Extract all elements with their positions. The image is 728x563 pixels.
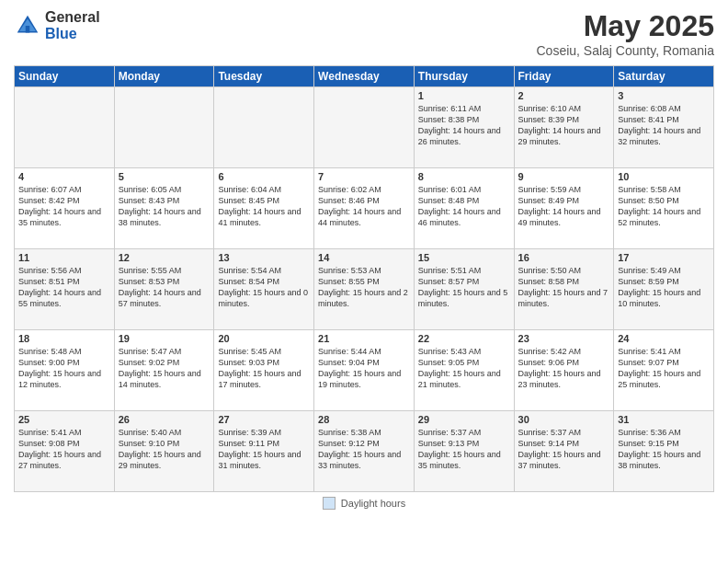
day-number: 28 [318, 414, 410, 425]
calendar-cell: 9Sunrise: 5:59 AM Sunset: 8:49 PM Daylig… [514, 168, 614, 249]
calendar-cell: 14Sunrise: 5:53 AM Sunset: 8:55 PM Dayli… [314, 249, 415, 330]
day-number: 11 [18, 252, 110, 263]
day-number: 23 [518, 333, 610, 344]
calendar-cell: 3Sunrise: 6:08 AM Sunset: 8:41 PM Daylig… [614, 87, 714, 168]
day-info: Sunrise: 5:49 AM Sunset: 8:59 PM Dayligh… [618, 265, 710, 310]
calendar-cell: 17Sunrise: 5:49 AM Sunset: 8:59 PM Dayli… [614, 249, 714, 330]
day-info: Sunrise: 5:44 AM Sunset: 9:04 PM Dayligh… [318, 346, 410, 391]
day-info: Sunrise: 6:10 AM Sunset: 8:39 PM Dayligh… [518, 103, 610, 148]
calendar-cell: 2Sunrise: 6:10 AM Sunset: 8:39 PM Daylig… [514, 87, 614, 168]
day-info: Sunrise: 6:05 AM Sunset: 8:43 PM Dayligh… [119, 184, 210, 229]
day-header-saturday: Saturday [614, 66, 714, 87]
day-number: 3 [618, 90, 710, 101]
day-number: 30 [518, 414, 610, 425]
day-header-friday: Friday [514, 66, 614, 87]
day-number: 12 [119, 252, 210, 263]
day-info: Sunrise: 5:43 AM Sunset: 9:05 PM Dayligh… [418, 346, 510, 391]
day-info: Sunrise: 5:41 AM Sunset: 9:08 PM Dayligh… [18, 427, 110, 472]
day-info: Sunrise: 5:47 AM Sunset: 9:02 PM Dayligh… [119, 346, 210, 391]
day-number: 13 [218, 252, 310, 263]
calendar-cell [214, 87, 314, 168]
calendar-cell: 27Sunrise: 5:39 AM Sunset: 9:11 PM Dayli… [214, 411, 314, 492]
day-info: Sunrise: 5:48 AM Sunset: 9:00 PM Dayligh… [18, 346, 110, 391]
page: General Blue May 2025 Coseiu, Salaj Coun… [0, 0, 728, 563]
logo-general-text: General [45, 9, 100, 26]
calendar-cell: 24Sunrise: 5:41 AM Sunset: 9:07 PM Dayli… [614, 330, 714, 411]
week-row-4: 18Sunrise: 5:48 AM Sunset: 9:00 PM Dayli… [15, 330, 714, 411]
day-number: 26 [119, 414, 210, 425]
footer: Daylight hours [14, 497, 714, 510]
day-number: 25 [18, 414, 110, 425]
day-number: 18 [18, 333, 110, 344]
day-info: Sunrise: 6:02 AM Sunset: 8:46 PM Dayligh… [318, 184, 410, 229]
week-row-3: 11Sunrise: 5:56 AM Sunset: 8:51 PM Dayli… [15, 249, 714, 330]
day-number: 2 [518, 90, 610, 101]
calendar-body: 1Sunrise: 6:11 AM Sunset: 8:38 PM Daylig… [15, 87, 714, 492]
day-info: Sunrise: 6:04 AM Sunset: 8:45 PM Dayligh… [218, 184, 310, 229]
calendar-cell: 5Sunrise: 6:05 AM Sunset: 8:43 PM Daylig… [114, 168, 214, 249]
day-info: Sunrise: 5:53 AM Sunset: 8:55 PM Dayligh… [318, 265, 410, 310]
day-info: Sunrise: 5:39 AM Sunset: 9:11 PM Dayligh… [218, 427, 310, 472]
calendar-cell: 22Sunrise: 5:43 AM Sunset: 9:05 PM Dayli… [414, 330, 514, 411]
calendar-cell: 29Sunrise: 5:37 AM Sunset: 9:13 PM Dayli… [414, 411, 514, 492]
day-info: Sunrise: 5:41 AM Sunset: 9:07 PM Dayligh… [618, 346, 710, 391]
day-number: 22 [418, 333, 510, 344]
calendar-cell: 19Sunrise: 5:47 AM Sunset: 9:02 PM Dayli… [114, 330, 214, 411]
calendar: SundayMondayTuesdayWednesdayThursdayFrid… [14, 65, 714, 492]
calendar-cell: 6Sunrise: 6:04 AM Sunset: 8:45 PM Daylig… [214, 168, 314, 249]
day-number: 20 [218, 333, 310, 344]
calendar-cell [114, 87, 214, 168]
day-info: Sunrise: 5:59 AM Sunset: 8:49 PM Dayligh… [518, 184, 610, 229]
logo-blue-text: Blue [45, 26, 100, 42]
day-number: 7 [318, 171, 410, 182]
day-info: Sunrise: 5:45 AM Sunset: 9:03 PM Dayligh… [218, 346, 310, 391]
day-number: 8 [418, 171, 510, 182]
day-number: 21 [318, 333, 410, 344]
day-info: Sunrise: 5:37 AM Sunset: 9:14 PM Dayligh… [518, 427, 610, 472]
day-info: Sunrise: 5:54 AM Sunset: 8:54 PM Dayligh… [218, 265, 310, 310]
day-number: 15 [418, 252, 510, 263]
day-header-wednesday: Wednesday [314, 66, 415, 87]
day-info: Sunrise: 6:11 AM Sunset: 8:38 PM Dayligh… [418, 103, 510, 148]
day-info: Sunrise: 5:36 AM Sunset: 9:15 PM Dayligh… [618, 427, 710, 472]
calendar-cell: 18Sunrise: 5:48 AM Sunset: 9:00 PM Dayli… [15, 330, 115, 411]
logo-icon [14, 12, 41, 40]
daylight-legend-label: Daylight hours [341, 498, 405, 509]
calendar-cell: 10Sunrise: 5:58 AM Sunset: 8:50 PM Dayli… [614, 168, 714, 249]
logo: General Blue [14, 9, 100, 41]
day-info: Sunrise: 5:55 AM Sunset: 8:53 PM Dayligh… [119, 265, 210, 310]
calendar-cell: 26Sunrise: 5:40 AM Sunset: 9:10 PM Dayli… [114, 411, 214, 492]
day-info: Sunrise: 5:51 AM Sunset: 8:57 PM Dayligh… [418, 265, 510, 310]
calendar-cell: 4Sunrise: 6:07 AM Sunset: 8:42 PM Daylig… [15, 168, 115, 249]
week-row-2: 4Sunrise: 6:07 AM Sunset: 8:42 PM Daylig… [15, 168, 714, 249]
day-info: Sunrise: 5:42 AM Sunset: 9:06 PM Dayligh… [518, 346, 610, 391]
day-header-monday: Monday [114, 66, 214, 87]
day-number: 27 [218, 414, 310, 425]
calendar-cell: 23Sunrise: 5:42 AM Sunset: 9:06 PM Dayli… [514, 330, 614, 411]
day-info: Sunrise: 5:58 AM Sunset: 8:50 PM Dayligh… [618, 184, 710, 229]
day-number: 10 [618, 171, 710, 182]
day-info: Sunrise: 5:37 AM Sunset: 9:13 PM Dayligh… [418, 427, 510, 472]
calendar-header: SundayMondayTuesdayWednesdayThursdayFrid… [15, 66, 714, 87]
calendar-cell: 25Sunrise: 5:41 AM Sunset: 9:08 PM Dayli… [15, 411, 115, 492]
day-info: Sunrise: 5:50 AM Sunset: 8:58 PM Dayligh… [518, 265, 610, 310]
day-info: Sunrise: 5:56 AM Sunset: 8:51 PM Dayligh… [18, 265, 110, 310]
header: General Blue May 2025 Coseiu, Salaj Coun… [14, 9, 714, 58]
main-title: May 2025 [536, 9, 714, 43]
calendar-cell [314, 87, 415, 168]
svg-rect-2 [26, 26, 30, 33]
day-number: 24 [618, 333, 710, 344]
logo-text: General Blue [45, 9, 100, 41]
day-info: Sunrise: 5:40 AM Sunset: 9:10 PM Dayligh… [119, 427, 210, 472]
calendar-cell: 7Sunrise: 6:02 AM Sunset: 8:46 PM Daylig… [314, 168, 415, 249]
calendar-cell: 11Sunrise: 5:56 AM Sunset: 8:51 PM Dayli… [15, 249, 115, 330]
day-info: Sunrise: 6:07 AM Sunset: 8:42 PM Dayligh… [18, 184, 110, 229]
day-header-sunday: Sunday [15, 66, 115, 87]
calendar-cell: 12Sunrise: 5:55 AM Sunset: 8:53 PM Dayli… [114, 249, 214, 330]
calendar-cell: 30Sunrise: 5:37 AM Sunset: 9:14 PM Dayli… [514, 411, 614, 492]
day-number: 4 [18, 171, 110, 182]
day-header-thursday: Thursday [414, 66, 514, 87]
week-row-5: 25Sunrise: 5:41 AM Sunset: 9:08 PM Dayli… [15, 411, 714, 492]
calendar-cell: 13Sunrise: 5:54 AM Sunset: 8:54 PM Dayli… [214, 249, 314, 330]
title-block: May 2025 Coseiu, Salaj County, Romania [536, 9, 714, 58]
